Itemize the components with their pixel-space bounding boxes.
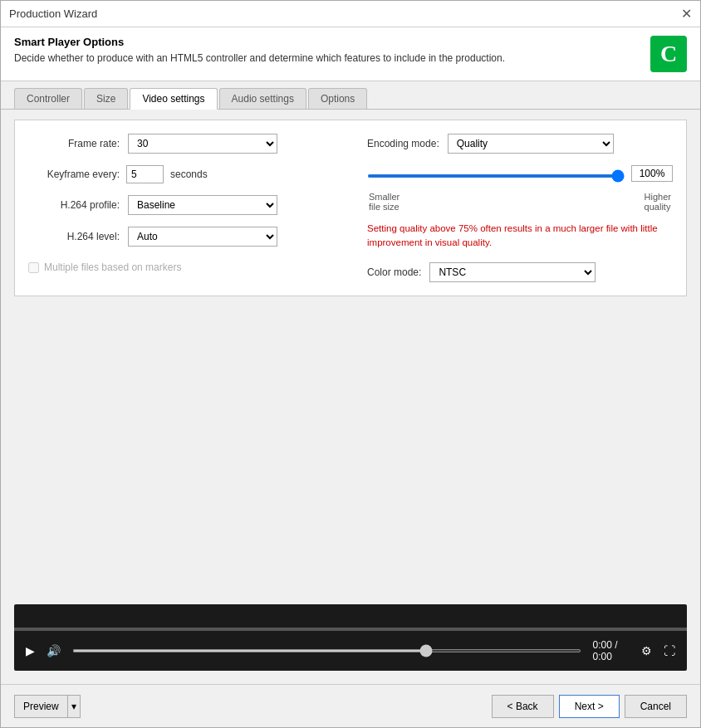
tab-controller[interactable]: Controller [14, 88, 82, 109]
multiple-files-row: Multiple files based on markers [28, 261, 334, 273]
volume-slider[interactable] [72, 649, 581, 652]
logo-icon: C [660, 41, 677, 67]
content-area: Frame rate: 24 25 29.97 30 60 Keyframe e… [1, 110, 700, 684]
frame-rate-row: Frame rate: 24 25 29.97 30 60 [28, 134, 334, 154]
tabs-bar: Controller Size Video settings Audio set… [1, 81, 700, 110]
multiple-files-checkbox [28, 262, 39, 273]
quality-value-display: 100% [631, 165, 673, 182]
next-button[interactable]: Next > [559, 695, 620, 718]
right-column: Encoding mode: Quality Constant bit rate… [367, 134, 673, 282]
higher-label: Higherquality [645, 192, 671, 212]
encoding-mode-label: Encoding mode: [367, 138, 439, 149]
color-mode-row: Color mode: NTSC PAL Auto [367, 262, 673, 282]
bottom-bar: Preview ▾ < Back Next > Cancel [1, 684, 700, 727]
header-text: Smart Player Options Decide whether to p… [14, 36, 505, 66]
encoding-mode-select[interactable]: Quality Constant bit rate Variable bit r… [448, 134, 614, 154]
cancel-button[interactable]: Cancel [625, 695, 687, 718]
video-player: ▶ 🔊 0:00 / 0:00 ⚙ ⛶ [14, 604, 687, 671]
h264-level-row: H.264 level: Auto 3.0 3.1 4.0 4.1 [28, 227, 334, 247]
volume-icon: 🔊 [47, 644, 61, 657]
quality-warning-text: Setting quality above 75% often results … [367, 222, 673, 251]
preview-button[interactable]: Preview [14, 695, 67, 718]
frame-rate-label: Frame rate: [28, 138, 120, 149]
left-column: Frame rate: 24 25 29.97 30 60 Keyframe e… [28, 134, 334, 282]
keyframe-label: Keyframe every: [28, 169, 120, 180]
preview-dropdown-button[interactable]: ▾ [67, 695, 81, 718]
keyframe-input[interactable]: 5 [126, 165, 164, 183]
h264-level-select[interactable]: Auto 3.0 3.1 4.0 4.1 [128, 227, 277, 247]
header-area: Smart Player Options Decide whether to p… [1, 27, 700, 81]
nav-buttons: < Back Next > Cancel [492, 695, 687, 718]
tab-options[interactable]: Options [308, 88, 367, 109]
keyframe-row: Keyframe every: 5 seconds [28, 165, 334, 183]
window-title: Production Wizard [9, 7, 97, 20]
play-button[interactable]: ▶ [26, 644, 35, 657]
h264-profile-label: H.264 profile: [28, 199, 120, 211]
production-wizard-window: Production Wizard ✕ Smart Player Options… [0, 0, 701, 728]
tab-audio-settings[interactable]: Audio settings [219, 88, 306, 109]
player-right-controls: ⚙ ⛶ [641, 644, 675, 657]
header-subtitle: Decide whether to produce with an HTML5 … [14, 51, 505, 66]
frame-rate-select[interactable]: 24 25 29.97 30 60 [128, 134, 277, 154]
keyframe-seconds-label: seconds [170, 169, 208, 180]
progress-bar[interactable] [14, 628, 687, 631]
video-preview-area: ▶ 🔊 0:00 / 0:00 ⚙ ⛶ [1, 306, 700, 685]
close-button[interactable]: ✕ [681, 7, 692, 21]
settings-icon[interactable]: ⚙ [641, 644, 652, 657]
multiple-files-label: Multiple files based on markers [44, 261, 181, 273]
back-button[interactable]: < Back [492, 695, 554, 718]
player-controls: ▶ 🔊 0:00 / 0:00 ⚙ ⛶ [14, 631, 687, 671]
smaller-label: Smallerfile size [369, 192, 400, 212]
quality-slider-container [367, 168, 625, 180]
time-display: 0:00 / 0:00 [593, 639, 630, 662]
settings-panel: Frame rate: 24 25 29.97 30 60 Keyframe e… [14, 120, 687, 296]
header-title: Smart Player Options [14, 36, 505, 48]
h264-profile-select[interactable]: Baseline Main High [128, 195, 277, 215]
title-bar: Production Wizard ✕ [1, 1, 700, 27]
tab-size[interactable]: Size [84, 88, 128, 109]
h264-level-label: H.264 level: [28, 231, 120, 242]
color-mode-label: Color mode: [367, 266, 421, 278]
quality-slider-row: 100% [367, 165, 673, 182]
size-quality-labels: Smallerfile size Higherquality [367, 192, 673, 212]
h264-profile-row: H.264 profile: Baseline Main High [28, 195, 334, 215]
tab-video-settings[interactable]: Video settings [130, 88, 217, 110]
preview-button-group: Preview ▾ [14, 695, 81, 718]
logo-box: C [650, 36, 687, 72]
color-mode-select[interactable]: NTSC PAL Auto [429, 262, 596, 282]
quality-slider[interactable] [367, 174, 625, 178]
encoding-mode-row: Encoding mode: Quality Constant bit rate… [367, 134, 673, 154]
fullscreen-icon[interactable]: ⛶ [664, 644, 675, 657]
